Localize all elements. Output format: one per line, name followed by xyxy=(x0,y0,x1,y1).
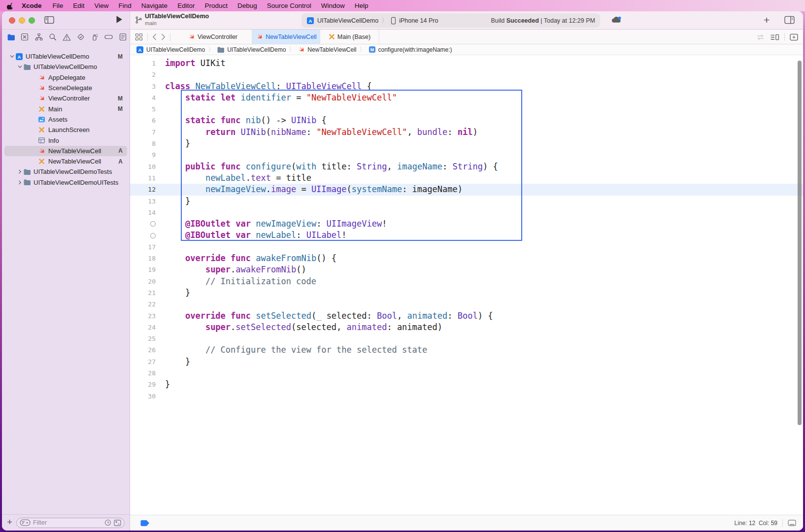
code-line[interactable]: 14 xyxy=(130,207,803,218)
menu-item-debug[interactable]: Debug xyxy=(233,0,262,11)
line-number[interactable]: 7 xyxy=(130,127,160,138)
sidebar-item-info[interactable]: Info xyxy=(2,135,130,145)
code-line[interactable]: 25 xyxy=(130,333,803,344)
build-status[interactable]: Build Succeeded | Today at 12:29 PM xyxy=(491,17,595,24)
code-line[interactable]: 1import UIKit xyxy=(130,58,803,69)
apple-menu-icon[interactable] xyxy=(7,2,14,10)
line-number[interactable]: 12 xyxy=(130,184,160,195)
code-line[interactable]: @IBOutlet var newLabel: UILabel! xyxy=(130,230,803,241)
code-line[interactable]: 23 override func setSelected(_ selected:… xyxy=(130,310,803,322)
code-line[interactable]: 5 xyxy=(130,103,803,115)
menu-item-product[interactable]: Product xyxy=(200,0,233,11)
code-text[interactable]: static func nib() -> UINib { xyxy=(160,115,327,126)
line-number[interactable]: 4 xyxy=(130,92,160,103)
outlet-gutter[interactable] xyxy=(130,230,160,241)
code-line[interactable]: 11 newLabel.text = title xyxy=(130,172,803,184)
sidebar-item-uitableviewcelldemo[interactable]: UITableViewCellDemo xyxy=(2,62,130,72)
ib-outlet-connector-icon[interactable] xyxy=(150,233,156,238)
issues-navigator-icon[interactable] xyxy=(62,32,72,42)
code-line[interactable]: 18 override func awakeFromNib() { xyxy=(130,253,803,264)
ib-outlet-connector-icon[interactable] xyxy=(150,221,156,227)
menu-item-navigate[interactable]: Navigate xyxy=(136,0,172,11)
code-text[interactable]: super.setSelected(selected, animated: an… xyxy=(160,322,442,333)
breadcrumb-item[interactable]: Mconfigure(with:imageName:) xyxy=(369,46,452,53)
line-number[interactable]: 11 xyxy=(130,172,160,184)
code-text[interactable] xyxy=(160,333,165,344)
code-line[interactable]: 24 super.setSelected(selected, animated:… xyxy=(130,322,803,333)
code-line[interactable]: 20 // Initialization code xyxy=(130,276,803,287)
scheme-project-label[interactable]: UITableViewCellDemo xyxy=(317,17,378,24)
code-text[interactable]: super.awakeFromNib() xyxy=(160,264,306,275)
line-number[interactable]: 30 xyxy=(130,391,160,402)
line-number[interactable]: 23 xyxy=(130,310,160,322)
menu-item-help[interactable]: Help xyxy=(350,0,373,11)
line-number[interactable]: 25 xyxy=(130,333,160,344)
code-text[interactable]: override func setSelected(_ selected: Bo… xyxy=(160,310,493,322)
sidebar-item-uitableviewcelldemouitests[interactable]: UITableViewCellDemoUITests xyxy=(2,177,130,188)
code-line[interactable]: 17 xyxy=(130,241,803,253)
disclosure-right-icon[interactable] xyxy=(17,180,23,185)
line-number[interactable]: 3 xyxy=(130,81,160,92)
code-text[interactable] xyxy=(160,69,165,80)
sidebar-item-newtableviewcell[interactable]: NewTableViewCellA xyxy=(2,156,130,166)
sidebar-item-newtableviewcell[interactable]: NewTableViewCellA xyxy=(4,146,127,156)
related-items-icon[interactable] xyxy=(135,33,143,41)
minimize-window-button[interactable] xyxy=(19,17,25,24)
scheme-device-label[interactable]: iPhone 14 Pro xyxy=(399,17,438,24)
flags-filter-icon[interactable] xyxy=(114,520,121,526)
code-text[interactable] xyxy=(160,391,165,402)
line-number[interactable]: 20 xyxy=(130,276,160,287)
tests-navigator-icon[interactable] xyxy=(76,32,86,42)
code-line[interactable]: @IBOutlet var newImageView: UIImageView! xyxy=(130,218,803,230)
reports-navigator-icon[interactable] xyxy=(118,32,128,42)
code-line[interactable]: 3class NewTableViewCell: UITableViewCell… xyxy=(130,81,803,92)
code-text[interactable]: public func configure(with title: String… xyxy=(160,161,498,172)
code-text[interactable]: } xyxy=(160,196,190,207)
code-line[interactable]: 12 newImageView.image = UIImage(systemNa… xyxy=(130,184,803,195)
code-text[interactable]: } xyxy=(160,287,190,299)
code-text[interactable]: @IBOutlet var newImageView: UIImageView! xyxy=(160,218,387,230)
go-forward-icon[interactable] xyxy=(161,33,166,40)
code-line[interactable]: 28 xyxy=(130,367,803,379)
line-number[interactable]: 18 xyxy=(130,253,160,264)
line-number[interactable]: 10 xyxy=(130,161,160,172)
line-number[interactable]: 1 xyxy=(130,58,160,69)
toggle-navigator-icon[interactable] xyxy=(44,16,54,24)
sidebar-item-scenedelegate[interactable]: SceneDelegate xyxy=(2,83,130,93)
code-line[interactable]: 30 xyxy=(130,391,803,402)
filter-field[interactable]: Filter xyxy=(16,518,125,528)
adjust-editor-options-icon[interactable] xyxy=(770,33,779,41)
scheme-selector[interactable]: A UITableViewCellDemo 〉 iPhone 14 Pro Bu… xyxy=(302,13,600,28)
code-text[interactable] xyxy=(160,299,165,310)
disclosure-down-icon[interactable] xyxy=(9,54,15,59)
add-toolbar-button[interactable]: + xyxy=(764,14,770,26)
disclosure-right-icon[interactable] xyxy=(17,169,23,174)
cloud-status-icon[interactable] xyxy=(611,15,622,24)
focus-mode-icon[interactable] xyxy=(788,520,796,526)
code-line[interactable]: 10 public func configure(with title: Str… xyxy=(130,161,803,172)
line-number[interactable]: 19 xyxy=(130,264,160,275)
code-line[interactable]: 9 xyxy=(130,149,803,161)
sidebar-item-appdelegate[interactable]: AppDelegate xyxy=(2,72,130,83)
code-text[interactable]: class NewTableViewCell: UITableViewCell … xyxy=(160,81,372,92)
breakpoint-indicator-icon[interactable] xyxy=(140,520,151,527)
tab-viewcontroller[interactable]: ViewController xyxy=(173,30,252,44)
line-number[interactable]: 9 xyxy=(130,149,160,161)
code-text[interactable] xyxy=(160,207,165,218)
find-navigator-icon[interactable] xyxy=(48,32,58,42)
sidebar-item-viewcontroller[interactable]: ViewControllerM xyxy=(2,93,130,103)
code-text[interactable] xyxy=(160,149,165,161)
code-text[interactable]: newImageView.image = UIImage(systemName:… xyxy=(160,184,463,195)
code-text[interactable]: } xyxy=(160,356,190,367)
code-text[interactable]: return UINib(nibName: "NewTableViewCell"… xyxy=(160,127,478,138)
code-line[interactable]: 8 } xyxy=(130,138,803,149)
sidebar-item-launchscreen[interactable]: LaunchScreen xyxy=(2,125,130,135)
breadcrumb-item[interactable]: AUITableViewCellDemo xyxy=(136,46,205,54)
code-line[interactable]: 19 super.awakeFromNib() xyxy=(130,264,803,275)
menu-item-view[interactable]: View xyxy=(90,0,114,11)
code-review-icon[interactable] xyxy=(756,34,765,40)
debug-navigator-icon[interactable] xyxy=(90,32,100,42)
code-text[interactable]: @IBOutlet var newLabel: UILabel! xyxy=(160,230,347,241)
code-text[interactable] xyxy=(160,103,165,115)
menu-item-edit[interactable]: Edit xyxy=(68,0,89,11)
